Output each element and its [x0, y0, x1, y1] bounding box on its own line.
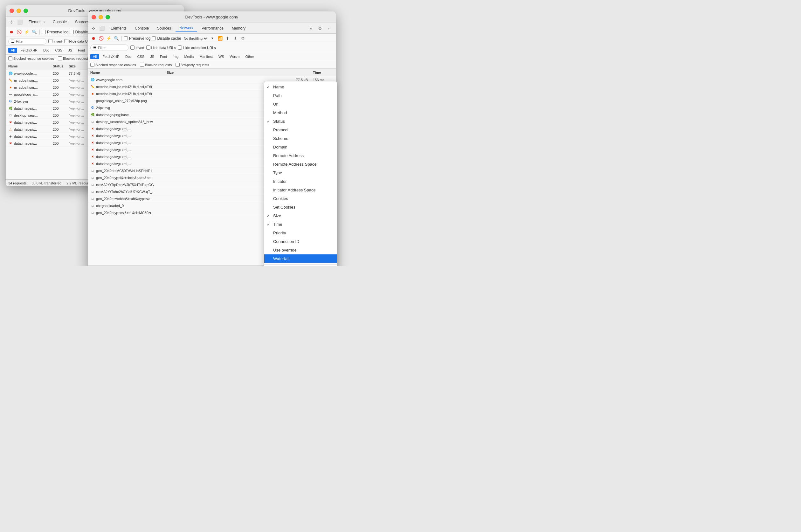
search-button-2[interactable]: 🔍 [113, 35, 119, 42]
inspect-icon-1[interactable]: ⊹ [8, 19, 15, 25]
menu-item-protocol[interactable]: Protocol [264, 126, 337, 134]
menu-item-cookies[interactable]: Cookies [264, 194, 337, 203]
tab-performance-2[interactable]: Performance [198, 25, 227, 32]
menu-item-initiator-address-space[interactable]: Initiator Address Space [264, 186, 337, 194]
col-header-size-2[interactable]: Size [164, 71, 310, 74]
settings-gear-2[interactable]: ⚙ [240, 35, 246, 42]
menu-item-name[interactable]: Name [264, 83, 337, 91]
invert-checkbox-1[interactable]: Invert [48, 39, 62, 43]
col-header-time-2[interactable]: Time [310, 71, 336, 74]
tab-memory-2[interactable]: Memory [228, 25, 249, 32]
menu-item-size[interactable]: Size [264, 211, 337, 220]
close-button-1[interactable] [9, 8, 14, 13]
blocked-cookies-2[interactable]: Blocked response cookies [90, 63, 136, 67]
tab-console-1[interactable]: Console [49, 18, 71, 25]
more-tabs-icon[interactable]: » [308, 25, 314, 32]
menu-item-waterfall[interactable]: Waterfall [264, 254, 337, 263]
preserve-log-checkbox-2[interactable]: Preserve log [124, 36, 150, 41]
filter-input-1[interactable]: ☰ [8, 38, 46, 44]
pill-js-1[interactable]: JS [65, 48, 75, 53]
settings-icon[interactable]: ⚙ [317, 25, 323, 32]
menu-item-initiator[interactable]: Initiator [264, 177, 337, 186]
record-button-2[interactable]: ⏺ [90, 35, 97, 42]
tab-console-2[interactable]: Console [131, 25, 153, 32]
maximize-button-1[interactable] [23, 8, 28, 13]
preserve-log-checkbox-1[interactable]: Preserve log [42, 30, 69, 34]
pill-font-1[interactable]: Font [75, 48, 88, 53]
wifi-icon[interactable]: 📶 [217, 35, 223, 42]
pill-all-1[interactable]: All [8, 48, 17, 53]
window-controls-1[interactable] [9, 8, 28, 13]
blocked-cookies-1[interactable]: Blocked response cookies [8, 56, 54, 60]
maximize-button-2[interactable] [106, 15, 110, 19]
menu-item-set-cookies[interactable]: Set Cookies [264, 203, 337, 211]
col-header-name-1[interactable]: Name [6, 64, 50, 68]
close-button-2[interactable] [92, 15, 96, 19]
pill-ws-2[interactable]: WS [216, 54, 227, 59]
filter-text-2[interactable] [98, 46, 123, 50]
pill-media-2[interactable]: Media [182, 54, 196, 59]
tab-elements-2[interactable]: Elements [107, 25, 130, 32]
throttle-select-2[interactable]: No throttling [183, 36, 208, 41]
filter-input-2[interactable]: ☰ [90, 44, 129, 51]
menu-item-type[interactable]: Type [264, 169, 337, 177]
blocked-requests-1[interactable]: Blocked requests [58, 56, 90, 60]
pill-img-2[interactable]: Img [170, 54, 181, 59]
menu-item-use-override[interactable]: Use override [264, 246, 337, 254]
pill-manifest-2[interactable]: Manifest [197, 54, 215, 59]
inspect-icon-2[interactable]: ⊹ [90, 25, 97, 32]
menu-item-remote-address[interactable]: Remote Address [264, 151, 337, 160]
pill-js-2[interactable]: JS [148, 54, 157, 59]
menu-icon[interactable]: ⋮ [326, 25, 332, 32]
menu-item-connection-id[interactable]: Connection ID [264, 237, 337, 246]
throttle-arrow[interactable]: ▼ [209, 35, 215, 42]
download-icon[interactable]: ⬇ [232, 35, 239, 42]
blocked-requests-2[interactable]: Blocked requests [140, 63, 172, 67]
pill-all-2[interactable]: All [90, 54, 99, 59]
menu-item-status[interactable]: Status [264, 117, 337, 126]
menu-item-priority[interactable]: Priority [264, 229, 337, 237]
tab-sources-2[interactable]: Sources [153, 25, 175, 32]
file-icon: 🌐 [90, 78, 95, 82]
invert-checkbox-2[interactable]: Invert [130, 45, 145, 50]
filter-text-1[interactable] [16, 39, 41, 43]
col-header-name-2[interactable]: Name [88, 71, 164, 74]
clear-button-2[interactable]: 🚫 [98, 35, 104, 42]
filter-button-2[interactable]: ⚡ [106, 35, 112, 42]
tab-network-2[interactable]: Network [175, 24, 197, 32]
file-icon: ✏️ [8, 78, 13, 83]
pill-css-2[interactable]: CSS [135, 54, 147, 59]
menu-item-url[interactable]: Url [264, 100, 337, 109]
device-icon-2[interactable]: ⬜ [99, 25, 105, 32]
clear-button-1[interactable]: 🚫 [16, 29, 22, 35]
upload-icon[interactable]: ⬆ [225, 35, 231, 42]
tab-elements-1[interactable]: Elements [25, 18, 48, 25]
minimize-button-2[interactable] [99, 15, 103, 19]
third-party-2[interactable]: 3rd-party requests [175, 63, 209, 67]
col-header-size-1[interactable]: Size [66, 64, 89, 68]
menu-item-remote-address-space[interactable]: Remote Address Space [264, 160, 337, 169]
pill-doc-1[interactable]: Doc [41, 48, 52, 53]
minimize-button-1[interactable] [17, 8, 21, 13]
menu-item-time[interactable]: Time [264, 220, 337, 229]
pill-wasm-2[interactable]: Wasm [227, 54, 242, 59]
device-icon-1[interactable]: ⬜ [17, 19, 23, 25]
menu-item-scheme[interactable]: Scheme [264, 134, 337, 143]
hide-data-urls-2[interactable]: Hide data URLs [146, 45, 176, 50]
window-controls-2[interactable] [92, 15, 110, 19]
menu-item-method[interactable]: Method [264, 109, 337, 117]
pill-fetch-1[interactable]: Fetch/XHR [18, 48, 40, 53]
pill-font-2[interactable]: Font [157, 54, 170, 59]
col-header-status-1[interactable]: Status [50, 64, 66, 68]
disable-cache-checkbox-2[interactable]: Disable cache [152, 36, 181, 41]
menu-item-path[interactable]: Path [264, 91, 337, 100]
filter-button-1[interactable]: ⚡ [23, 29, 30, 35]
menu-item-domain[interactable]: Domain [264, 143, 337, 151]
record-button-1[interactable]: ⏺ [8, 29, 15, 35]
pill-doc-2[interactable]: Doc [123, 54, 134, 59]
hide-ext-urls-2[interactable]: Hide extension URLs [178, 45, 215, 50]
search-button-1[interactable]: 🔍 [31, 29, 38, 35]
pill-fetch-2[interactable]: Fetch/XHR [100, 54, 122, 59]
pill-css-1[interactable]: CSS [53, 48, 65, 53]
pill-other-2[interactable]: Other [243, 54, 256, 59]
